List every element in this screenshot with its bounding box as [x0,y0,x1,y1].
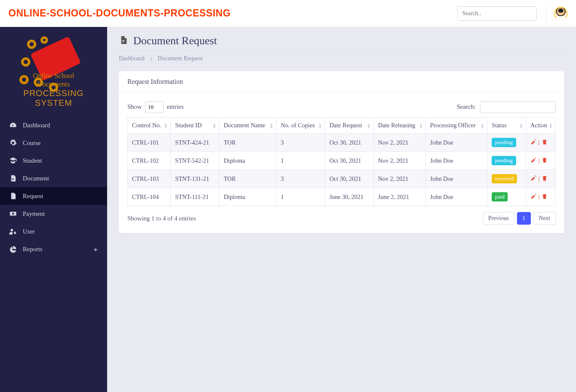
sidebar-item-payment[interactable]: Payment [0,205,107,223]
brand-title: ONLINE-SCHOOL-DOCUMENTS-PROCESSING [8,8,231,19]
edit-icon[interactable] [530,175,537,183]
column-header[interactable]: Control No.▲▼ [128,118,171,134]
table-cell: STNT-111-21 [171,188,219,206]
sort-icon: ▲▼ [367,123,371,129]
page-title: Document Request [133,35,217,47]
request-card: Request Information Show entries Search: [119,71,564,233]
table-cell: John Doe [426,134,487,152]
table-search-input[interactable] [480,101,556,113]
table-cell: Oct 30, 2021 [325,152,374,170]
delete-icon[interactable] [541,139,548,147]
delete-icon[interactable] [541,157,548,165]
user-avatar[interactable] [554,7,568,20]
pagination-prev[interactable]: Previous [483,212,514,225]
table-row: CTRL-104STNT-111-21Diploma1June 30, 2021… [128,188,556,206]
sidebar-logo: Online School Documents PROCESSING SYSTE… [0,32,107,116]
status-cell: pending [487,134,526,152]
column-header-label: No. of Copies [281,122,315,129]
action-divider: | [538,157,540,164]
status-cell: received [487,170,526,188]
main-content: Document Request Dashboard ❯ Document Re… [107,27,576,392]
sidebar-item-label: Reports [23,246,43,253]
graduate-icon [9,157,17,164]
table-cell: Diploma [219,188,276,206]
card-title: Request Information [119,71,564,93]
chevron-right-icon: ▶ [94,247,98,252]
delete-icon[interactable] [541,175,548,183]
breadcrumb-root[interactable]: Dashboard [119,55,145,62]
action-divider: | [538,175,540,183]
chevron-right-icon: ❯ [149,56,153,61]
column-header-label: Date Request [329,122,362,129]
table-cell: TOR [219,170,276,188]
sidebar-item-label: Payment [23,210,45,217]
money-icon [9,210,17,217]
delete-icon[interactable] [541,193,548,201]
length-prefix: Show [127,103,142,110]
status-cell: paid [487,188,526,206]
table-search-control: Search: [457,101,556,113]
table-cell: 1 [276,152,325,170]
tachometer-icon [9,121,17,129]
sidebar-item-user[interactable]: User [0,223,107,240]
column-header-label: Processing Officer [430,122,476,129]
column-header[interactable]: Date Releasing▲▼ [374,118,426,134]
length-suffix: entries [167,103,184,110]
pagination-next[interactable]: Next [533,212,556,225]
table-cell: 3 [276,170,325,188]
column-header[interactable]: Date Request▲▼ [325,118,374,134]
sidebar-item-label: Course [23,140,41,147]
sidebar-item-dashboard[interactable]: Dashboard [0,116,107,134]
sidebar-item-label: Dashboard [23,122,50,129]
sort-icon: ▲▼ [318,123,322,129]
action-cell: | [526,170,555,188]
column-header[interactable]: No. of Copies▲▼ [276,118,325,134]
sidebar-item-label: User [23,228,35,235]
table-cell: TOR [219,134,276,152]
column-header[interactable]: Action▲▼ [526,118,555,134]
status-badge: pending [492,156,516,165]
file-word-icon [9,175,17,182]
table-cell: Oct 30, 2021 [325,170,374,188]
column-header[interactable]: Student ID▲▼ [171,118,219,134]
sidebar-item-label: Student [23,157,42,164]
global-search-input[interactable] [458,6,537,21]
table-cell: Nov 2, 2021 [374,152,426,170]
sidebar-item-request[interactable]: Request [0,187,107,205]
sort-icon: ▲▼ [212,123,216,129]
table-cell: 1 [276,188,325,206]
table-cell: 3 [276,134,325,152]
pagination: Previous 1 Next [483,212,556,225]
pagination-page-1[interactable]: 1 [517,212,531,225]
status-badge: paid [492,192,508,201]
sort-icon: ▲▼ [419,123,423,129]
page-heading: Document Request [119,35,564,47]
sidebar-item-document[interactable]: Document [0,169,107,187]
action-divider: | [538,139,540,146]
table-cell: CTRL-103 [128,170,171,188]
length-input[interactable] [145,101,164,113]
table-cell: June 30, 2021 [325,188,374,206]
sidebar-item-student[interactable]: Student [0,152,107,169]
table-cell: Oct 30, 2021 [325,134,374,152]
sidebar-item-course[interactable]: Course [0,134,107,152]
table-length-control: Show entries [127,101,184,113]
sidebar-item-reports[interactable]: Reports ▶ [0,240,107,258]
column-header[interactable]: Status▲▼ [487,118,526,134]
file-icon [9,192,17,200]
table-row: CTRL-103STNT-131-21TOR3Oct 30, 2021Nov 2… [128,170,556,188]
table-cell: John Doe [426,152,487,170]
table-cell: John Doe [426,188,487,206]
sidebar: Online School Documents PROCESSING SYSTE… [0,27,107,392]
edit-icon[interactable] [530,193,537,201]
topbar: ONLINE-SCHOOL-DOCUMENTS-PROCESSING [0,0,576,27]
column-header[interactable]: Document Name▲▼ [219,118,276,134]
column-header-label: Action [530,122,547,129]
action-cell: | [526,152,555,170]
column-header[interactable]: Processing Officer▲▼ [426,118,487,134]
breadcrumb: Dashboard ❯ Document Request [119,55,564,62]
status-cell: pending [487,152,526,170]
edit-icon[interactable] [530,139,537,147]
column-header-label: Document Name [223,122,265,129]
edit-icon[interactable] [530,157,537,165]
